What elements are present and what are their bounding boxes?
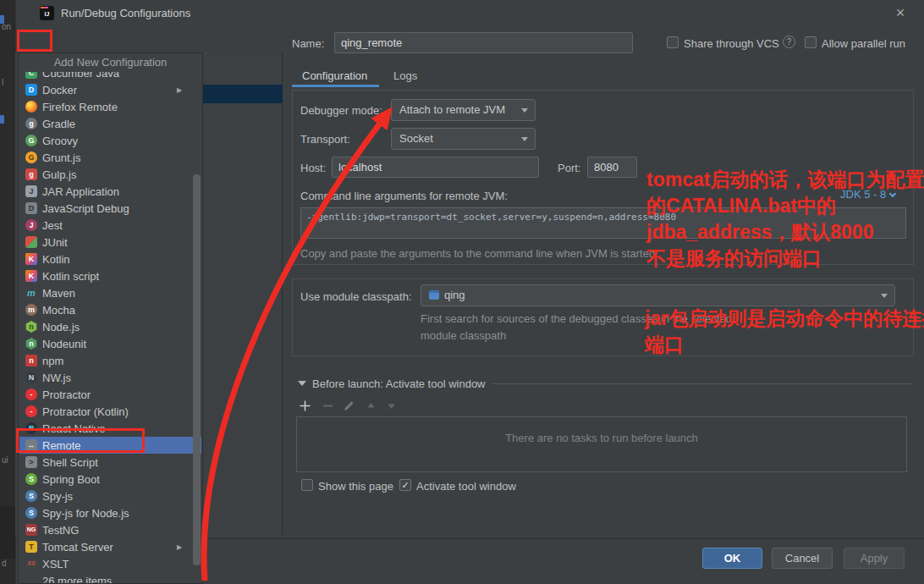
debugger-mode-select[interactable]: Attach to remote JVM — [391, 99, 536, 121]
config-type-label: Maven — [42, 287, 75, 300]
protractor-icon: - — [25, 388, 37, 400]
red-note-line: 不是服务的访问端口 — [646, 245, 924, 272]
config-type-label: Spy-js — [42, 490, 73, 503]
add-task-button[interactable] — [298, 399, 312, 413]
config-type-label: Node.js — [42, 321, 80, 333]
red-note-line: 的CATALINA.bat中的 — [646, 193, 924, 219]
config-type-junit[interactable]: JUnit — [19, 234, 201, 251]
jar-application-icon: J — [25, 185, 37, 197]
active-tab-underline — [292, 85, 379, 87]
close-icon[interactable]: × — [891, 3, 910, 22]
show-this-page-checkbox[interactable] — [301, 479, 313, 491]
config-type-jest[interactable]: JJest — [19, 217, 201, 234]
config-type-26-more-items[interactable]: 26 more items... — [19, 572, 201, 584]
task-down-button[interactable] — [384, 399, 399, 413]
config-type-label: Docker — [42, 84, 77, 96]
nodeunit-icon: n — [25, 338, 37, 350]
config-type-maven[interactable]: mMaven — [19, 284, 201, 301]
share-vcs-checkbox[interactable] — [667, 36, 679, 48]
edit-task-pencil-icon[interactable] — [342, 399, 356, 413]
config-type-testng[interactable]: NGTestNG — [19, 521, 201, 538]
red-note-jar-explanation: jar包启动则是启动命令中的待连接 端口 — [645, 306, 924, 358]
maven-icon: m — [25, 287, 37, 299]
config-type-label: XSLT — [42, 558, 69, 570]
popup-scrollbar[interactable] — [193, 174, 201, 565]
allow-parallel-checkbox[interactable] — [805, 36, 817, 48]
config-type-kotlin-script[interactable]: KKotlin script — [19, 267, 201, 284]
background-text-fragment: l — [2, 78, 3, 87]
tab-logs[interactable]: Logs — [393, 69, 417, 82]
submenu-arrow-icon: ▶ — [177, 86, 182, 94]
dialog-title: Run/Debug Configurations — [61, 7, 190, 19]
spy-js-icon: S — [25, 490, 37, 502]
module-icon — [429, 290, 439, 300]
config-type-label: Tomcat Server — [42, 541, 113, 554]
help-icon[interactable]: ? — [783, 36, 795, 48]
tab-configuration[interactable]: Configuration — [302, 69, 367, 82]
cancel-button[interactable]: Cancel — [772, 548, 833, 569]
dialog-titlebar: IJ Run/Debug Configurations × — [15, 0, 924, 25]
remove-task-button[interactable] — [321, 399, 335, 413]
config-type-spring-boot[interactable]: SSpring Boot — [19, 471, 201, 488]
config-type-label: Kotlin script — [42, 270, 99, 283]
config-type-spy-js-for-node-js[interactable]: SSpy-js for Node.js — [19, 504, 201, 521]
xslt-icon: XS — [25, 558, 37, 570]
transport-select[interactable]: Socket — [391, 128, 536, 150]
before-launch-title: Before launch: Activate tool window — [312, 377, 486, 390]
module-classpath-value: qing — [444, 289, 465, 301]
config-type-groovy[interactable]: GGroovy — [19, 132, 201, 149]
config-type-shell-script[interactable]: >Shell Script — [19, 454, 201, 471]
config-type-nodeunit[interactable]: nNodeunit — [19, 335, 201, 352]
testng-icon: NG — [25, 524, 37, 536]
config-type-node-js[interactable]: nNode.js — [19, 318, 201, 335]
protractor-kotlin-icon: - — [25, 405, 37, 417]
ok-button[interactable]: OK — [702, 548, 762, 569]
config-type-docker[interactable]: DDocker▶ — [19, 81, 201, 98]
config-type-javascript-debug[interactable]: DJavaScript Debug — [19, 200, 201, 217]
show-this-page-label: Show this page — [318, 480, 393, 493]
activate-tool-window-checkbox[interactable]: ✓ — [399, 479, 411, 491]
config-type-grunt-js[interactable]: GGrunt.js — [19, 149, 201, 166]
transport-value: Socket — [399, 132, 433, 145]
config-type-label: Protractor — [42, 388, 91, 401]
config-type-kotlin[interactable]: KKotlin — [19, 251, 201, 267]
config-type-protractor[interactable]: -Protractor — [19, 386, 201, 403]
host-input[interactable] — [332, 157, 539, 178]
config-type-npm[interactable]: nnpm — [19, 352, 201, 369]
config-type-label: JavaScript Debug — [42, 202, 129, 215]
name-input[interactable] — [334, 32, 633, 53]
shell-script-icon: > — [25, 456, 37, 468]
config-type-nw-js[interactable]: NNW.js — [19, 369, 201, 386]
config-type-label: NW.js — [42, 372, 71, 384]
module-classpath-select[interactable]: qing — [421, 284, 895, 306]
background-text-fragment: d — [2, 559, 7, 568]
apply-button[interactable]: Apply — [844, 548, 905, 569]
add-new-configuration-popup: CCucumber JavaDDocker▶Firefox RemotegGra… — [18, 52, 203, 584]
background-mark — [0, 115, 4, 124]
javascript-debug-icon: D — [25, 202, 37, 214]
config-type-protractor-kotlin[interactable]: -Protractor (Kotlin) — [19, 403, 201, 420]
config-type-label: Spy-js for Node.js — [42, 507, 129, 520]
collapse-triangle-icon[interactable] — [298, 381, 306, 390]
config-type-mocha[interactable]: mMocha — [19, 301, 201, 318]
config-type-gradle[interactable]: gGradle — [19, 115, 201, 132]
mocha-icon: m — [25, 304, 37, 316]
config-type-xslt[interactable]: XSXSLT — [19, 555, 201, 572]
config-type-gulp-js[interactable]: gGulp.js — [19, 166, 201, 183]
config-type-firefox-remote[interactable]: Firefox Remote — [19, 98, 201, 115]
config-type-jar-application[interactable]: JJAR Application — [19, 183, 201, 200]
port-input[interactable] — [587, 157, 637, 178]
config-type-label: Jest — [42, 219, 63, 232]
config-type-tomcat-server[interactable]: TTomcat Server▶ — [19, 538, 201, 555]
allow-parallel-label: Allow parallel run — [822, 37, 905, 50]
before-launch-task-list[interactable] — [296, 416, 907, 472]
config-type-spy-js[interactable]: SSpy-js — [19, 488, 201, 504]
config-type-label: Protractor (Kotlin) — [42, 405, 129, 418]
task-up-button[interactable] — [364, 399, 378, 413]
nodejs-icon: n — [25, 321, 37, 333]
config-type-label: Mocha — [42, 304, 75, 317]
cmdline-hint: Copy and paste the arguments to the comm… — [300, 247, 655, 260]
docker-icon: D — [25, 84, 37, 96]
grunt-icon: G — [25, 152, 37, 163]
config-type-label: Nodeunit — [42, 338, 86, 350]
